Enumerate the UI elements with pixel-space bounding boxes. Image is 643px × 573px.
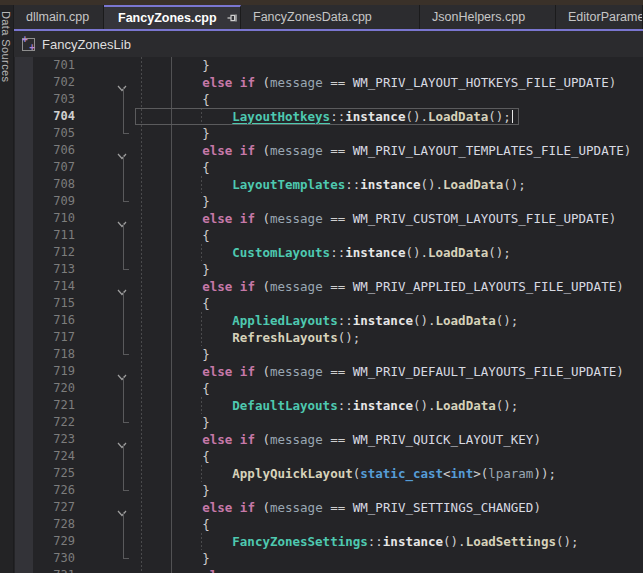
code-line-705[interactable]: 705 } xyxy=(14,125,643,142)
navigation-bar[interactable]: ++ FancyZonesLib xyxy=(14,31,643,57)
line-number[interactable]: 725 xyxy=(28,465,75,482)
code-line-716[interactable]: 716 AppliedLayouts::instance().LoadData(… xyxy=(14,312,643,329)
line-number[interactable]: 718 xyxy=(28,346,75,363)
code-line-708[interactable]: 708 LayoutTemplates::instance().LoadData… xyxy=(14,176,643,193)
line-number[interactable]: 709 xyxy=(28,193,75,210)
line-number[interactable]: 724 xyxy=(28,448,75,465)
code-line-701[interactable]: 701 } xyxy=(14,57,643,74)
code-line-721[interactable]: 721 DefaultLayouts::instance().LoadData(… xyxy=(14,397,643,414)
collapse-chevron-icon[interactable] xyxy=(116,435,128,444)
code-text: RefreshLayouts(); xyxy=(142,329,360,346)
code-line-710[interactable]: 710 else if (message == WM_PRIV_CUSTOM_L… xyxy=(14,210,643,227)
line-number[interactable]: 703 xyxy=(28,91,75,108)
line-number[interactable]: 731 xyxy=(28,567,75,573)
line-number[interactable]: 727 xyxy=(28,499,75,516)
code-text: AppliedLayouts::instance().LoadData(); xyxy=(142,312,518,329)
tab-jsonhelpers-cpp[interactable]: JsonHelpers.cpp xyxy=(420,5,556,29)
line-number[interactable]: 714 xyxy=(28,278,75,295)
code-text: { xyxy=(142,159,210,176)
code-text: LayoutTemplates::instance().LoadData(); xyxy=(142,176,526,193)
collapse-chevron-icon[interactable] xyxy=(116,503,128,512)
line-number[interactable]: 713 xyxy=(28,261,75,278)
code-text: else if (message == WM_PRIV_SETTINGS_CHA… xyxy=(142,499,541,516)
line-number[interactable]: 726 xyxy=(28,482,75,499)
code-line-715[interactable]: 715 { xyxy=(14,295,643,312)
code-text: } xyxy=(142,414,210,431)
tab-editorparamete[interactable]: EditorParamete xyxy=(556,5,643,29)
collapse-chevron-icon[interactable] xyxy=(116,146,128,155)
code-line-731[interactable]: 731 else xyxy=(14,567,643,573)
outline-scope-end-tick xyxy=(123,201,129,202)
code-line-728[interactable]: 728 { xyxy=(14,516,643,533)
code-line-711[interactable]: 711 { xyxy=(14,227,643,244)
code-text: else if (message == WM_PRIV_LAYOUT_TEMPL… xyxy=(142,142,631,159)
code-editor[interactable]: 701 }702 else if (message == WM_PRIV_LAY… xyxy=(14,57,643,573)
code-line-727[interactable]: 727 else if (message == WM_PRIV_SETTINGS… xyxy=(14,499,643,516)
code-text: } xyxy=(142,193,210,210)
code-line-719[interactable]: 719 else if (message == WM_PRIV_DEFAULT_… xyxy=(14,363,643,380)
code-text: FancyZonesSettings::instance().LoadSetti… xyxy=(142,533,579,550)
code-text: } xyxy=(142,346,210,363)
line-number[interactable]: 723 xyxy=(28,431,75,448)
tab-label: dllmain.cpp xyxy=(14,10,89,24)
line-number[interactable]: 719 xyxy=(28,363,75,380)
line-number[interactable]: 712 xyxy=(28,244,75,261)
code-text: { xyxy=(142,448,210,465)
pin-icon[interactable] xyxy=(226,11,238,25)
code-line-714[interactable]: 714 else if (message == WM_PRIV_APPLIED_… xyxy=(14,278,643,295)
code-line-712[interactable]: 712 CustomLayouts::instance().LoadData()… xyxy=(14,244,643,261)
code-line-718[interactable]: 718 } xyxy=(14,346,643,363)
code-text: { xyxy=(142,227,210,244)
code-text: ApplyQuickLayout(static_cast<int>(lparam… xyxy=(142,465,556,482)
code-line-709[interactable]: 709 } xyxy=(14,193,643,210)
line-number[interactable]: 704 xyxy=(28,108,75,125)
code-line-722[interactable]: 722 } xyxy=(14,414,643,431)
line-number[interactable]: 716 xyxy=(28,312,75,329)
line-number[interactable]: 708 xyxy=(28,176,75,193)
tab-fancyzones-cpp[interactable]: FancyZones.cpp xyxy=(104,5,241,29)
code-line-724[interactable]: 724 { xyxy=(14,448,643,465)
code-line-702[interactable]: 702 else if (message == WM_PRIV_LAYOUT_H… xyxy=(14,74,643,91)
line-number[interactable]: 721 xyxy=(28,397,75,414)
line-number[interactable]: 710 xyxy=(28,210,75,227)
side-tab-data-sources[interactable]: Data Sources xyxy=(0,5,14,573)
code-line-720[interactable]: 720 { xyxy=(14,380,643,397)
line-number[interactable]: 729 xyxy=(28,533,75,550)
code-line-729[interactable]: 729 FancyZonesSettings::instance().LoadS… xyxy=(14,533,643,550)
line-number[interactable]: 720 xyxy=(28,380,75,397)
code-line-730[interactable]: 730 } xyxy=(14,550,643,567)
line-number[interactable]: 715 xyxy=(28,295,75,312)
line-number[interactable]: 702 xyxy=(28,74,75,91)
line-number[interactable]: 706 xyxy=(28,142,75,159)
code-line-706[interactable]: 706 else if (message == WM_PRIV_LAYOUT_T… xyxy=(14,142,643,159)
code-line-723[interactable]: 723 else if (message == WM_PRIV_QUICK_LA… xyxy=(14,431,643,448)
project-scope-label: FancyZonesLib xyxy=(42,37,131,52)
code-line-726[interactable]: 726 } xyxy=(14,482,643,499)
code-line-713[interactable]: 713 } xyxy=(14,261,643,278)
code-text: } xyxy=(142,261,210,278)
collapse-chevron-icon[interactable] xyxy=(116,78,128,87)
line-number[interactable]: 728 xyxy=(28,516,75,533)
line-number[interactable]: 705 xyxy=(28,125,75,142)
collapse-chevron-icon[interactable] xyxy=(116,214,128,223)
collapse-chevron-icon[interactable] xyxy=(116,282,128,291)
tab-fancyzonesdata-cpp[interactable]: FancyZonesData.cpp xyxy=(241,5,420,29)
outline-scope-end-tick xyxy=(123,269,129,270)
tab-dllmain-cpp[interactable]: dllmain.cpp xyxy=(14,5,104,29)
code-text: } xyxy=(142,550,210,567)
code-text: else xyxy=(142,567,232,573)
line-number[interactable]: 717 xyxy=(28,329,75,346)
line-number[interactable]: 730 xyxy=(28,550,75,567)
line-number[interactable]: 711 xyxy=(28,227,75,244)
line-number[interactable]: 722 xyxy=(28,414,75,431)
line-number[interactable]: 701 xyxy=(28,57,75,74)
code-line-725[interactable]: 725 ApplyQuickLayout(static_cast<int>(lp… xyxy=(14,465,643,482)
line-number[interactable]: 707 xyxy=(28,159,75,176)
code-text: else if (message == WM_PRIV_QUICK_LAYOUT… xyxy=(142,431,541,448)
collapse-chevron-icon[interactable] xyxy=(116,367,128,376)
code-text: else if (message == WM_PRIV_LAYOUT_HOTKE… xyxy=(142,74,616,91)
side-tab-label: Data Sources xyxy=(0,11,12,82)
code-line-707[interactable]: 707 { xyxy=(14,159,643,176)
code-line-717[interactable]: 717 RefreshLayouts(); xyxy=(14,329,643,346)
code-line-703[interactable]: 703 { xyxy=(14,91,643,108)
